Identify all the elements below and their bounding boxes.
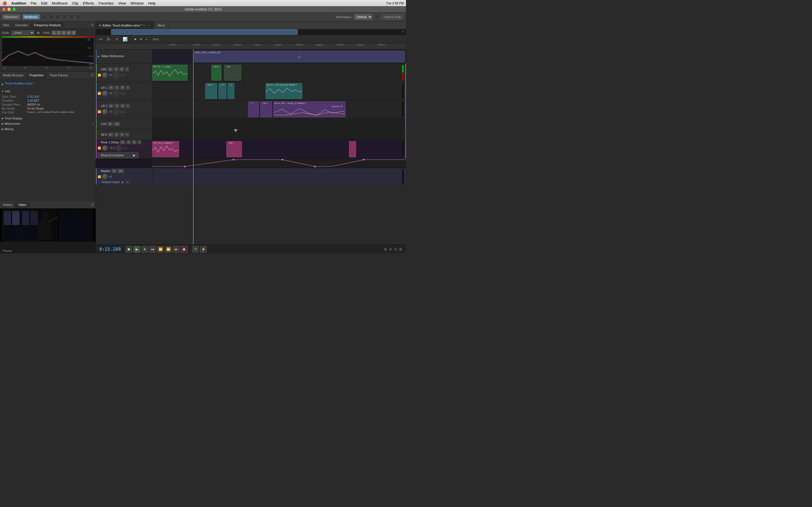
settings-icon[interactable]: ⚙ xyxy=(402,30,404,33)
minimize-button[interactable] xyxy=(7,8,11,11)
tab-media-browser[interactable]: Media Browser xyxy=(0,72,27,78)
rear-clip-3[interactable] xyxy=(349,141,356,157)
hold-1[interactable]: 1 xyxy=(52,31,56,35)
fast-forward-button[interactable]: ⏩ xyxy=(165,246,172,252)
copy-icon[interactable]: ⧉ xyxy=(37,31,40,35)
lr1-pan-knob[interactable]: ○ xyxy=(113,91,119,97)
menu-edit[interactable]: Edit xyxy=(41,1,47,5)
search-icon[interactable] xyxy=(375,15,379,19)
menu-favorites[interactable]: Favorites xyxy=(99,1,114,5)
lfe-solo[interactable]: (S) xyxy=(114,122,120,126)
lr1-clip-4[interactable]: MC H–...NT removed 48000 1 xyxy=(266,83,302,99)
rear-solo[interactable]: S xyxy=(126,140,131,144)
lr2-pan-knob[interactable]: ○ xyxy=(113,109,119,115)
zoom-out-button[interactable]: ⊖ xyxy=(389,247,393,252)
lr1-record[interactable]: R xyxy=(120,86,125,90)
tc-envelope[interactable]: ↗ xyxy=(114,36,119,42)
menu-help[interactable]: Help xyxy=(148,1,156,5)
multitrack-tab[interactable]: Multitrack xyxy=(22,14,40,19)
lr0-solo[interactable]: S xyxy=(114,67,118,71)
hold-2[interactable]: 2 xyxy=(57,31,61,35)
punch-button[interactable]: ⚡ xyxy=(200,246,207,252)
time-display-header[interactable]: ▶ Time Display xyxy=(2,116,94,121)
waveform-tab[interactable]: Waveform xyxy=(2,14,20,19)
workspace-select[interactable]: Default xyxy=(354,14,372,20)
tab-track-panner[interactable]: Track Panner xyxy=(47,72,71,78)
play-button[interactable]: ▶ xyxy=(133,246,140,252)
toolbar-icon-4[interactable] xyxy=(62,15,67,19)
lr0-volume-knob[interactable] xyxy=(102,72,108,78)
tc-mixdown[interactable]: ↩ xyxy=(98,36,104,42)
lr2-input[interactable]: I xyxy=(126,104,130,108)
info-section-header[interactable]: ▼ Info xyxy=(2,89,94,94)
menu-clip[interactable]: Clip xyxy=(72,1,79,5)
menu-file[interactable]: File xyxy=(31,1,37,5)
lfe-mute[interactable]: M xyxy=(108,122,113,126)
lr2-volume-knob[interactable] xyxy=(102,109,108,115)
goto-start-button[interactable]: ⏮ xyxy=(149,246,156,252)
video-clip[interactable]: A001_C007_120905_001 🎬 xyxy=(194,51,405,62)
lr0-input[interactable]: I xyxy=(125,67,129,71)
show-envelopes-button[interactable]: Show Envelopes ▶ xyxy=(98,152,139,158)
lr2-clip-2[interactable]: ...00 1 xyxy=(260,101,272,117)
sfx-mute[interactable]: M xyxy=(108,133,113,136)
lr1-clip-2[interactable]: ...0 1 xyxy=(218,83,226,99)
tc-keyframe1[interactable]: ◆ xyxy=(133,37,138,41)
close-button[interactable] xyxy=(2,8,6,11)
goto-end-button[interactable]: ⏭ xyxy=(173,246,180,252)
menu-effects[interactable]: Effects xyxy=(83,1,94,5)
rear-clip-1[interactable]: DP–Tou...p 48000 1 xyxy=(152,141,179,157)
lr1-mute[interactable]: M xyxy=(109,86,114,90)
menu-multitrack[interactable]: Multitrack xyxy=(52,1,68,5)
tab-favorites[interactable]: Favorites xyxy=(12,22,31,28)
lr1-clip-1[interactable]: ...00 1 xyxy=(205,83,217,99)
rear-volume-knob[interactable] xyxy=(102,145,108,151)
lr2-clip-1[interactable]: ...1 xyxy=(248,101,259,117)
tc-keyframe3[interactable]: ⬥ xyxy=(144,37,148,41)
lr1-input[interactable]: I xyxy=(126,86,130,90)
sfx-record[interactable]: R xyxy=(120,133,124,136)
video-settings-icon[interactable]: ☰ xyxy=(89,203,96,207)
tab-video[interactable]: Video xyxy=(15,202,29,208)
rear-pan-knob[interactable]: ○ xyxy=(116,145,122,151)
zoom-full-button[interactable]: ⊞ xyxy=(399,247,403,252)
maximize-button[interactable] xyxy=(12,8,16,11)
rear-input[interactable]: I xyxy=(138,140,141,144)
lr2-clip-3[interactable]: DP w. PW – Touch_01 48000 1 Volume ▼ xyxy=(273,101,345,117)
lr1-solo[interactable]: S xyxy=(115,86,119,90)
output-arrow-right[interactable]: ▶ xyxy=(122,180,124,184)
menu-view[interactable]: View xyxy=(118,1,126,5)
loop-button[interactable]: ↺ xyxy=(192,246,199,252)
lr0-pan-knob[interactable]: ○ xyxy=(113,72,119,78)
hold-5[interactable]: 5 xyxy=(71,31,76,35)
toolbar-icon-2[interactable] xyxy=(49,15,53,19)
lr1-clip-3[interactable]: ...1 xyxy=(227,83,234,99)
menu-window[interactable]: Window xyxy=(131,1,144,5)
mixing-header[interactable]: ▶ Mixing xyxy=(2,126,94,131)
lr0-record[interactable]: R xyxy=(119,67,124,71)
zoom-fit-button[interactable]: ⊡ xyxy=(394,247,398,252)
toolbar-icon-5[interactable] xyxy=(69,15,73,19)
apple-menu[interactable]: 🍎 xyxy=(2,1,7,5)
toolbar-icon-6[interactable] xyxy=(76,15,80,19)
master-solo[interactable]: (S) xyxy=(117,169,124,173)
close-editor-tab[interactable]: ✕ xyxy=(143,24,145,27)
scale-select[interactable]: Linear Logarithmic xyxy=(11,31,35,35)
metronome-header[interactable]: ▶ Metronome ♩ xyxy=(2,121,94,126)
toolbar-icon-1[interactable] xyxy=(42,15,47,19)
rear-clip-2[interactable]: ...tter xyxy=(226,141,242,157)
lr2-solo[interactable]: S xyxy=(115,104,119,108)
freq-settings-icon[interactable]: ⚙ xyxy=(89,23,96,27)
tc-bar[interactable]: 📊 xyxy=(121,36,129,42)
master-mute[interactable]: M xyxy=(112,169,117,173)
rewind-button[interactable]: ⏪ xyxy=(157,246,164,252)
zoom-in-button[interactable]: ⊕ xyxy=(384,247,388,252)
tc-keyframe2[interactable]: ◈ xyxy=(139,37,143,41)
lr0-clip-2[interactable]: ...00 1 xyxy=(211,65,221,80)
master-volume-knob[interactable] xyxy=(102,174,108,179)
rear-mute[interactable]: M xyxy=(120,140,125,144)
stop-button[interactable]: ⏹ xyxy=(125,246,132,252)
tab-properties[interactable]: Properties xyxy=(27,72,47,78)
tc-fx[interactable]: fx xyxy=(106,36,111,42)
tab-files[interactable]: Files xyxy=(0,22,12,28)
